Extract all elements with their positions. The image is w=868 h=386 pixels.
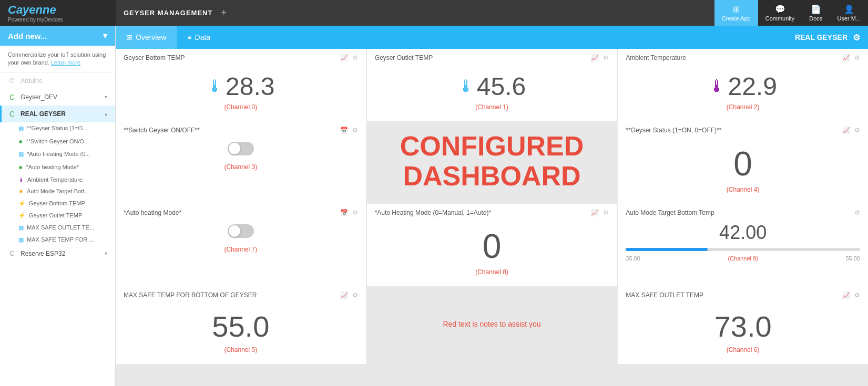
widget-geyser-outlet-title: Geyser Outlet TEMP xyxy=(375,54,433,61)
add-new-button[interactable]: Add new... ▾ xyxy=(0,26,115,46)
widget-auto-heating-toggle-area: (Channel 7) xyxy=(124,219,358,256)
sidebar-item-real-geyser[interactable]: C REAL GEYSER ▴ xyxy=(0,106,115,122)
navbar-right: ⊞ Create App 💬 Community 📄 Docs 👤 User M… xyxy=(714,0,868,26)
thermometer-icon: 🌡 xyxy=(207,77,223,96)
tab-overview[interactable]: ⊞ Overview xyxy=(116,26,177,49)
dashboard-row2: **Switch Geyser ON/OFF** 📅 ⚙ (Channel 3) xyxy=(116,121,868,204)
widget-auto-heating-mode-value: 0 xyxy=(483,227,502,266)
sidebar-channel-geyser-status[interactable]: ▦ **Geyser Status (1=O... xyxy=(0,122,115,134)
create-app-button[interactable]: ⊞ Create App xyxy=(714,0,758,26)
widget-geyser-status-icons: 📈 ⚙ xyxy=(842,127,860,134)
widget-max-safe-bottom-channel: (Channel 5) xyxy=(224,346,257,353)
tab-data[interactable]: ≡ Data xyxy=(177,26,221,49)
promo-link[interactable]: Learn more xyxy=(51,59,80,66)
chart-icon[interactable]: 📈 xyxy=(842,127,850,134)
gear-icon[interactable]: ⚙ xyxy=(352,209,358,216)
sidebar: Add new... ▾ Commercialize your IoT solu… xyxy=(0,26,116,386)
chart-icon[interactable]: 📈 xyxy=(591,209,599,216)
chart-icon[interactable]: 📈 xyxy=(591,54,599,61)
sidebar-channel-auto-target[interactable]: ★ Auto Mode Target Bott... xyxy=(0,185,115,197)
widget-max-safe-outlet-icons: 📈 ⚙ xyxy=(842,291,860,299)
gear-icon[interactable]: ⚙ xyxy=(603,54,609,61)
gear-icon[interactable]: ⚙ xyxy=(352,291,358,299)
real-geyser-icon: C xyxy=(8,110,16,118)
max-safe-outlet-icon: ▦ xyxy=(18,224,24,231)
gear-icon[interactable]: ⚙ xyxy=(854,209,860,216)
reserve-esp32-label: Reserve ESP32 xyxy=(21,250,65,257)
arduino-icon: ⏱ xyxy=(8,77,16,85)
slider-track[interactable] xyxy=(626,248,860,251)
overlay-line2: DASHBOARD xyxy=(400,161,584,191)
chart-icon[interactable]: 📈 xyxy=(842,54,850,61)
chart-icon[interactable]: 📈 xyxy=(842,291,850,299)
sidebar-channel-auto-heating[interactable]: ● *Auto heating Mode* xyxy=(0,160,115,174)
content: ⊞ Overview ≡ Data REAL GEYSER ⚙ Ge xyxy=(116,26,868,386)
calendar-icon[interactable]: 📅 xyxy=(340,209,348,216)
widget-geyser-bottom-channel: (Channel 0) xyxy=(224,103,257,111)
project-title: GEYSER MANAGEMENT xyxy=(124,9,212,17)
brand-name: Cayenne xyxy=(8,3,108,17)
slider-labels: 35.00 (Channel 9) 55.00 xyxy=(626,255,860,262)
community-button[interactable]: 💬 Community xyxy=(758,0,802,26)
sidebar-channel-max-safe-temp[interactable]: ▦ MAX SAFE TEMP FOR ... xyxy=(0,234,115,246)
gear-icon[interactable]: ⚙ xyxy=(854,54,860,61)
gear-icon[interactable]: ⚙ xyxy=(352,127,358,134)
widget-auto-heating-mode-icons: 📈 ⚙ xyxy=(591,209,609,216)
tab-bar: ⊞ Overview ≡ Data REAL GEYSER ⚙ xyxy=(116,26,868,49)
widget-switch-channel: (Channel 3) xyxy=(224,163,257,171)
sidebar-item-reserve-esp32[interactable]: C Reserve ESP32 ▾ xyxy=(0,246,115,262)
widget-max-safe-outlet-value-area: 73.0 (Channel 6) xyxy=(626,301,860,356)
real-geyser-label: REAL GEYSER xyxy=(21,110,66,118)
add-tab-button[interactable]: + xyxy=(218,6,230,19)
chart-icon[interactable]: 📈 xyxy=(340,291,348,299)
widget-ambient-channel: (Channel 2) xyxy=(727,103,760,111)
max-safe-temp-icon: ▦ xyxy=(18,236,24,243)
sidebar-channel-max-safe-outlet[interactable]: ▦ MAX SAFE OUTLET TE... xyxy=(0,222,115,234)
main-layout: Add new... ▾ Commercialize your IoT solu… xyxy=(0,26,868,386)
widget-ambient-title: Ambient Temperature xyxy=(626,54,686,61)
gear-icon[interactable]: ⚙ xyxy=(854,291,860,299)
widget-note: Red text is notes to assist you xyxy=(367,286,617,364)
sidebar-promo: Commercialize your IoT solution using yo… xyxy=(0,46,115,73)
widget-max-safe-outlet-title: MAX SAFE OUTLET TEMP xyxy=(626,291,703,299)
sidebar-item-arduino[interactable]: ⏱ Arduino xyxy=(0,73,115,89)
gear-icon[interactable]: ⚙ xyxy=(603,209,609,216)
add-new-label: Add new... xyxy=(8,32,47,40)
switch-geyser-toggle[interactable] xyxy=(228,142,254,155)
community-label: Community xyxy=(765,15,795,22)
tab-bar-right: REAL GEYSER ⚙ xyxy=(795,33,868,43)
user-menu-button[interactable]: 👤 User M... xyxy=(830,0,868,26)
gear-icon[interactable]: ⚙ xyxy=(854,127,860,134)
overview-label: Overview xyxy=(136,33,166,41)
user-label: User M... xyxy=(837,15,861,22)
auto-heating-toggle[interactable] xyxy=(228,224,254,238)
data-icon: ≡ xyxy=(187,33,191,41)
docs-label: Docs xyxy=(809,15,822,22)
widget-auto-heating-mode-channel: (Channel 8) xyxy=(475,268,508,276)
widget-geyser-status-title: **Geyser Status (1=ON, 0=OFF)** xyxy=(626,127,721,134)
sidebar-item-geyser-dev[interactable]: C Geyser_DEV ▾ xyxy=(0,89,115,106)
create-app-label: Create App xyxy=(722,15,751,22)
gear-icon[interactable]: ⚙ xyxy=(352,54,358,61)
widget-auto-target-value: 42.00 xyxy=(626,222,860,244)
community-icon: 💬 xyxy=(775,4,785,14)
widget-auto-heating-mode: *Auto Heating Mode (0=Manual, 1=Auto)* 📈… xyxy=(367,204,617,286)
sidebar-channel-switch-geyser[interactable]: ● **Switch Geyser ON/O... xyxy=(0,134,115,148)
docs-button[interactable]: 📄 Docs xyxy=(802,0,830,26)
sidebar-channel-auto-heating-mode[interactable]: ▦ *Auto Heating Mode (0... xyxy=(0,148,115,160)
navbar: Cayenne Powered by myDevices GEYSER MANA… xyxy=(0,0,868,26)
widget-geyser-bottom-icons: 📈 ⚙ xyxy=(340,54,358,61)
widget-switch-icons: 📅 ⚙ xyxy=(340,127,358,134)
widget-auto-heating-mode-value-area: 0 (Channel 8) xyxy=(375,219,609,278)
widget-ambient-value: 🌡 22.9 xyxy=(709,72,777,101)
settings-icon[interactable]: ⚙ xyxy=(853,33,860,43)
widget-auto-heating: *Auto heating Mode* 📅 ⚙ (Channel 7) xyxy=(116,204,366,286)
sidebar-channel-ambient[interactable]: 🌡 Ambient Temperature xyxy=(0,174,115,185)
sidebar-channel-geyser-bottom[interactable]: ⚡ Geyser Bottom TEMP xyxy=(0,197,115,210)
user-icon: 👤 xyxy=(844,4,854,14)
chart-icon[interactable]: 📈 xyxy=(340,54,348,61)
slider-max-label: 55.00 xyxy=(845,255,860,262)
sidebar-channel-geyser-outlet[interactable]: ⚡ Geyser Outlet TEMP xyxy=(0,210,115,222)
calendar-icon[interactable]: 📅 xyxy=(340,127,348,134)
arduino-label: Arduino xyxy=(21,77,42,85)
